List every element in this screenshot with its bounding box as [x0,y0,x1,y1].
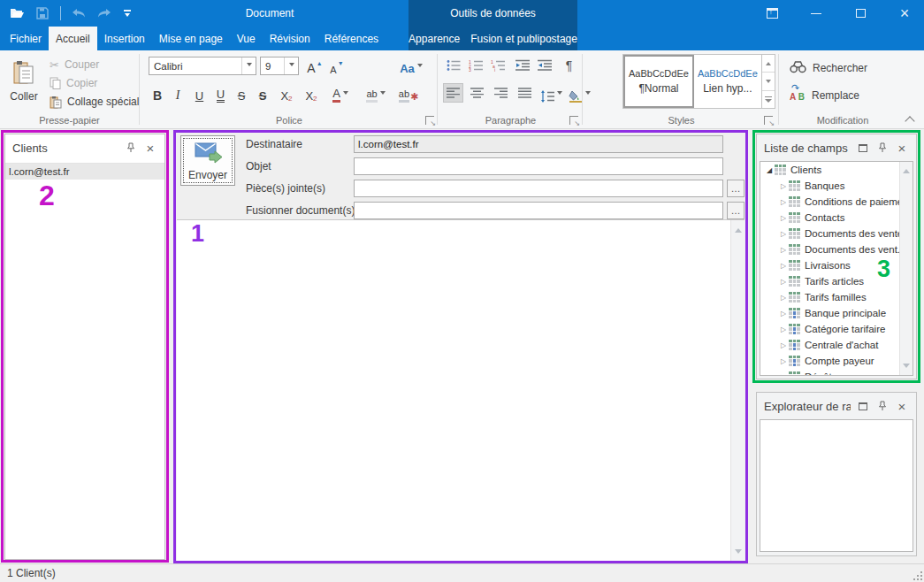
scroll-up-icon[interactable] [903,165,910,173]
font-name-combo[interactable]: Calibri [149,57,256,75]
chevron-down-icon[interactable] [284,57,298,74]
tree-expander-icon[interactable]: ▷ [778,230,789,238]
tab-insertion[interactable]: Insertion [97,27,152,50]
close-icon[interactable]: × [895,399,909,413]
show-marks-button[interactable]: ¶ [559,56,579,75]
minimize-icon[interactable] [809,6,823,20]
tree-expander-icon[interactable]: ▷ [778,310,789,318]
bold-button[interactable]: B [150,83,164,103]
browse-button-fusionner-document-s[interactable]: … [727,202,745,219]
tree-node-centrale-d-achat[interactable]: ▷Centrale d'achat [760,337,913,353]
tree-node-tarifs-articles[interactable]: ▷Tarifs articles [760,273,913,289]
chevron-down-icon[interactable] [241,57,256,74]
numbered-list-button[interactable]: 123 [465,56,485,75]
scroll-up-icon[interactable] [735,225,742,233]
gallery-scroll-down-icon[interactable] [762,73,775,90]
shading-button[interactable] [567,83,592,103]
tree-expander-icon[interactable]: ▷ [778,341,789,349]
tree-expander-icon[interactable]: ▷ [778,357,789,365]
send-button[interactable]: Envoyer [180,135,235,186]
underline-button[interactable]: U [193,83,206,103]
bullet-list-button[interactable] [443,56,463,75]
contextual-tab-fusion-et-publipostage[interactable]: Fusion et publipostage [465,27,583,50]
tree-expander-icon[interactable]: ▷ [778,182,789,190]
cut-button[interactable]: ✂ Couper [50,56,99,73]
field-tree-scrollbar[interactable] [899,162,913,375]
line-spacing-button[interactable] [538,83,563,103]
double-strikethrough-button[interactable]: S [256,83,269,103]
pin-icon[interactable] [124,141,138,155]
paste-special-button[interactable]: Collage spécial [50,93,139,111]
tree-expander-icon[interactable]: ▷ [778,373,789,377]
grow-font-button[interactable]: A▲ [306,56,324,75]
find-button[interactable]: Rechercher [790,60,867,76]
tab-references[interactable]: Références [317,27,386,50]
styles-dialog-launcher-icon[interactable] [764,116,773,125]
highlight-button[interactable]: ab [361,83,391,103]
paragraph-dialog-launcher-icon[interactable] [569,116,578,125]
copy-button[interactable]: Copier [50,74,97,92]
save-icon[interactable] [34,5,50,21]
align-center-button[interactable] [467,83,487,103]
tree-node-tarifs-familles[interactable]: ▷Tarifs familles [760,289,913,305]
multilevel-list-button[interactable]: 1ai [487,56,508,75]
close-icon[interactable]: × [143,141,157,155]
tree-expander-icon[interactable]: ▷ [778,214,789,222]
close-icon[interactable]: × [897,6,912,20]
open-icon[interactable] [9,5,25,21]
font-size-combo[interactable]: 9 [260,57,299,75]
qat-customize-icon[interactable] [122,9,133,18]
list-item[interactable]: l.corn@test.fr [5,164,164,180]
tree-node-compte-payeur[interactable]: ▷Compte payeur [760,353,913,369]
change-case-button[interactable]: Aa [398,56,424,75]
clear-formatting-button[interactable]: ab✱ [398,83,419,103]
browse-button-piece-s-jointe-s[interactable]: … [727,180,745,197]
tree-expander-icon[interactable]: ▷ [778,198,789,206]
tab-fichier[interactable]: Fichier [3,27,49,50]
font-dialog-launcher-icon[interactable] [425,116,434,125]
tree-node-contacts[interactable]: ▷Contacts [760,210,913,226]
pin-icon[interactable] [875,399,890,413]
replace-button[interactable]: AB Remplace [790,88,859,102]
tree-expander-icon[interactable]: ▷ [778,278,789,286]
gallery-expand-icon[interactable] [762,91,775,108]
maximize-icon[interactable] [853,6,867,20]
justify-button[interactable] [515,83,535,103]
maximize-panel-icon[interactable] [856,141,870,155]
tree-expander-icon[interactable]: ◢ [764,166,775,174]
tab-accueil[interactable]: Accueil [49,27,97,50]
tab-revision[interactable]: Révision [263,27,317,50]
undo-icon[interactable] [71,5,87,21]
field-input-piece-s-jointe-s[interactable] [354,180,723,197]
document-editor[interactable] [177,219,745,562]
tree-node-banques[interactable]: ▷Banques [760,178,913,194]
tree-expander-icon[interactable]: ▷ [778,246,789,254]
tab-vue[interactable]: Vue [230,27,263,50]
double-underline-button[interactable]: U [214,83,227,103]
gallery-scroll-up-icon[interactable] [762,55,775,73]
font-color-button[interactable]: A [327,83,354,103]
tree-expander-icon[interactable]: ▷ [778,294,789,302]
style-item-normal[interactable]: AaBbCcDdEe¶Normal [623,55,694,108]
style-item-lien-hyp[interactable]: AaBbCcDdEeLien hyp... [694,55,761,108]
pin-icon[interactable] [875,141,890,155]
tree-node-conditions-de-paiement[interactable]: ▷Conditions de paiement [760,194,913,210]
increase-indent-button[interactable] [534,56,554,75]
align-right-button[interactable] [491,83,511,103]
tree-node-clients[interactable]: ◢Clients [760,162,913,178]
italic-button[interactable]: I [172,83,184,103]
tree-node-categorie-tarifaire[interactable]: ▷Catégorie tarifaire [760,321,913,337]
ribbon-display-icon[interactable] [765,6,779,20]
tree-node-banque-principale[interactable]: ▷Banque principale [760,305,913,321]
tree-node-documents-des-vent[interactable]: ▷Documents des vent... [760,241,913,257]
tree-node-depot[interactable]: ▷Dépôt [760,369,913,376]
document-scrollbar[interactable] [730,220,745,562]
tree-node-documents-des-ventes[interactable]: ▷Documents des ventes [760,226,913,241]
tree-expander-icon[interactable]: ▷ [778,325,789,333]
close-icon[interactable]: × [895,141,909,155]
collapse-ribbon-icon[interactable] [905,116,914,125]
redo-icon[interactable] [96,5,112,21]
superscript-button[interactable]: X2 [278,83,295,103]
resize-grip[interactable] [913,571,922,580]
subscript-button[interactable]: X2 [302,83,320,103]
